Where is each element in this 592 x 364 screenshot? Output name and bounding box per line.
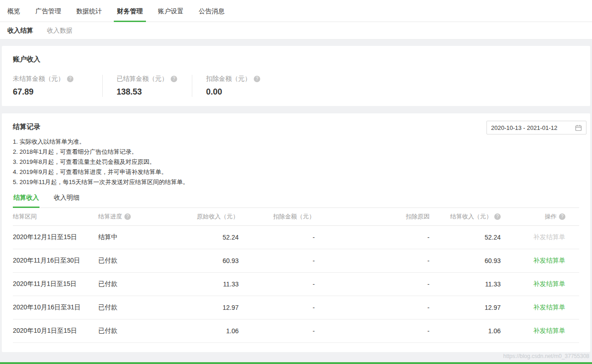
help-icon[interactable]: ? [67,76,73,82]
header-original-income: 原始收入（元） [165,208,239,225]
sub-nav: 收入结算 收入数据 [0,22,592,39]
cell-settled-income: 1.06 [430,319,501,342]
header-deduct-reason: 扣除原因 [315,208,430,225]
stat-unsettled-label: 未结算金额（元） [13,75,64,83]
calendar-icon [575,124,582,131]
nav-item-account-settings[interactable]: 账户设置 [158,0,184,22]
tab-income-detail[interactable]: 收入明细 [53,194,80,207]
main-content: 账户收入 未结算金额（元） ? 67.89 已结算金额（元） ? 138.53 … [0,39,592,352]
subnav-item-income-settlement[interactable]: 收入结算 [7,27,33,35]
subnav-item-income-data[interactable]: 收入数据 [47,27,73,35]
note-line: 5. 2019年11月起，每15天结算一次并发送对应结算区间的结算单。 [13,177,579,187]
cell-settlement-status: 已付款 [98,296,165,319]
stat-settled-label: 已结算金额（元） [117,75,168,83]
nav-item-finance-management[interactable]: 财务管理 [117,0,143,22]
cell-settlement-period: 2020年10月16日至31日 [13,296,98,319]
cell-settlement-period: 2020年10月1日至15日 [13,319,98,342]
cell-deduct-reason: - [315,249,430,272]
stat-unsettled-amount: 未结算金额（元） ? 67.89 [13,75,102,97]
table-row: 2020年12月1日至15日 结算中 52.24 - - 52.24 补发结算单 [13,225,579,249]
watermark-text: https://blog.csdn.net/m0_37755308 [503,353,589,359]
cell-deduct-reason: - [315,296,430,319]
note-line: 2. 2018年1月起，可查看细分广告位结算记录。 [13,147,579,157]
date-range-picker[interactable]: 2020-10-13 - 2021-01-12 [486,121,586,134]
nav-item-announcements[interactable]: 公告消息 [199,0,224,22]
table-row: 2020年10月16日至31日 已付款 12.97 - - 12.97 补发结算… [13,296,579,319]
cell-settlement-period: 2020年12月1日至15日 [13,225,98,249]
reissue-statement-link: 补发结算单 [533,233,565,241]
tab-settled-income[interactable]: 结算收入 [13,194,39,207]
header-settlement-period: 结算区间 [13,208,98,225]
settlement-table: 结算区间 结算进度? 原始收入（元） 扣除金额（元） 扣除原因 结算收入（元）?… [13,208,579,343]
cell-deduct-reason: - [315,225,430,249]
settlement-tabs: 结算收入 收入明细 [13,194,579,208]
note-line: 1. 实际收入以结算单为准。 [13,137,579,147]
cell-settlement-period: 2020年11月16日至30日 [13,249,98,272]
cell-original-income: 52.24 [165,225,239,249]
cell-settlement-status: 已付款 [98,319,165,342]
account-income-stats: 未结算金额（元） ? 67.89 已结算金额（元） ? 138.53 扣除金额（… [13,75,579,97]
top-nav: 概览 广告管理 数据统计 财务管理 账户设置 公告消息 [0,0,592,22]
help-icon[interactable]: ? [171,76,177,82]
stat-deducted-value: 0.00 [206,87,281,97]
nav-item-data-statistics[interactable]: 数据统计 [76,0,102,22]
cell-settled-income: 60.93 [430,249,501,272]
help-icon[interactable]: ? [559,213,565,220]
stat-settled-amount: 已结算金额（元） ? 138.53 [102,75,192,97]
nav-item-ad-management[interactable]: 广告管理 [35,0,61,22]
header-actions: 操作? [501,208,579,225]
table-row: 2020年10月1日至15日 已付款 1.06 - - 1.06 补发结算单 [13,319,579,342]
help-icon[interactable]: ? [124,213,131,220]
cell-original-income: 60.93 [165,249,239,272]
stat-settled-value: 138.53 [117,87,192,97]
cell-settled-income: 52.24 [430,225,501,249]
nav-item-overview[interactable]: 概览 [7,0,20,22]
cell-original-income: 12.97 [165,296,239,319]
cell-deduct-amount: - [239,319,315,342]
cell-deduct-reason: - [315,272,430,296]
cell-original-income: 1.06 [165,319,239,342]
cell-settlement-period: 2020年11月1日至15日 [13,272,98,296]
reissue-statement-link[interactable]: 补发结算单 [533,257,565,264]
cell-settlement-status: 已付款 [98,272,165,296]
table-header-row: 结算区间 结算进度? 原始收入（元） 扣除金额（元） 扣除原因 结算收入（元）?… [13,208,579,225]
cell-settlement-status: 结算中 [98,225,165,249]
stat-deducted-amount: 扣除金额（元） ? 0.00 [192,75,281,97]
table-row: 2020年11月16日至30日 已付款 60.93 - - 60.93 补发结算… [13,249,579,272]
reissue-statement-link[interactable]: 补发结算单 [533,280,565,287]
header-settled-income: 结算收入（元）? [430,208,501,225]
cell-deduct-amount: - [239,249,315,272]
reissue-statement-link[interactable]: 补发结算单 [533,327,565,334]
account-income-card: 账户收入 未结算金额（元） ? 67.89 已结算金额（元） ? 138.53 … [2,46,590,106]
help-icon[interactable]: ? [254,76,260,82]
table-row: 2020年11月1日至15日 已付款 11.33 - - 11.33 补发结算单 [13,272,579,296]
note-line: 3. 2019年8月起，可查看流量主处罚金额及对应原因。 [13,157,579,167]
cell-deduct-amount: - [239,225,315,249]
account-income-title: 账户收入 [13,55,579,64]
bottom-green-bar [0,362,592,364]
date-range-value: 2020-10-13 - 2021-01-12 [491,124,558,131]
header-deduct-amount: 扣除金额（元） [239,208,315,225]
cell-settlement-status: 已付款 [98,249,165,272]
settlement-records-card: 结算记录 2020-10-13 - 2021-01-12 1. 实际收入以结算单… [2,113,590,352]
stat-deducted-label: 扣除金额（元） [206,75,251,83]
cell-original-income: 11.33 [165,272,239,296]
cell-settled-income: 12.97 [430,296,501,319]
help-icon[interactable]: ? [494,213,501,220]
cell-deduct-reason: - [315,319,430,342]
stat-unsettled-value: 67.89 [13,87,102,97]
settlement-notes: 1. 实际收入以结算单为准。 2. 2018年1月起，可查看细分广告位结算记录。… [13,137,579,187]
cell-settled-income: 11.33 [430,272,501,296]
reissue-statement-link[interactable]: 补发结算单 [533,303,565,311]
note-line: 4. 2019年9月起，可查看结算进度，并可申请补发结算单。 [13,167,579,177]
cell-deduct-amount: - [239,296,315,319]
header-settlement-progress: 结算进度? [98,208,165,225]
cell-deduct-amount: - [239,272,315,296]
settlement-table-body: 2020年12月1日至15日 结算中 52.24 - - 52.24 补发结算单… [13,225,579,342]
